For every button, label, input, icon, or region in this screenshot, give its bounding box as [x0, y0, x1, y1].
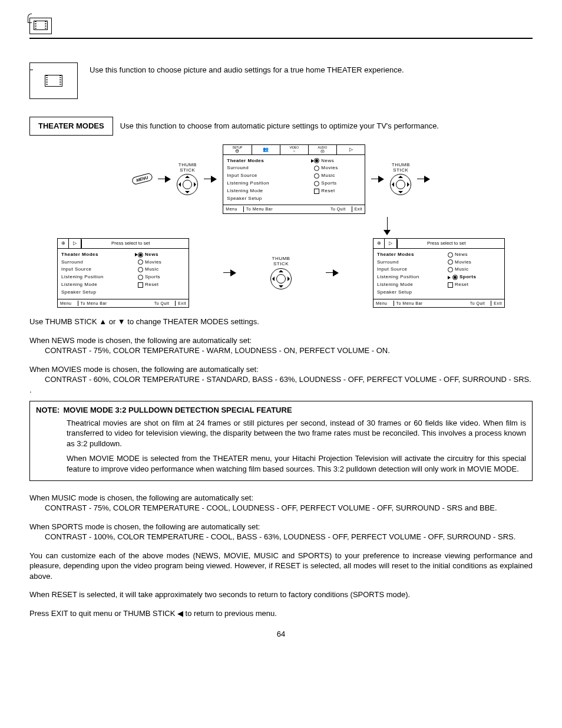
osd-panel-sports-highlight: ⊕ ▷ Press select to set Theater Modes Su… [373, 238, 505, 308]
thumb-stick-icon [177, 174, 198, 195]
header-rule [29, 38, 533, 39]
osd-panel-initial: SETUP⚙ 👥 VIDEO▫ AUDIO◎ ▷ Theater Modes S… [223, 144, 365, 214]
theater-modes-desc: Use this function to choose from automat… [120, 121, 439, 131]
reset-text: When RESET is selected, it will take app… [29, 589, 533, 600]
note-title: MOVIE MODE 3:2 PULLDOWN DETECTION SPECIA… [63, 406, 292, 414]
thumb-stick-icon [390, 174, 411, 195]
menu-button-icon: MENU [131, 173, 153, 186]
thumb-instruction: Use THUMB STICK ▲ or ▼ to change THEATER… [29, 317, 533, 327]
navigation-diagram: MENU THUMB STICK SETUP⚙ 👥 VIDEO▫ AUDIO◎ … [57, 144, 505, 308]
note-box: NOTE: MOVIE MODE 3:2 PULLDOWN DETECTION … [29, 401, 533, 480]
sports-mode-block: When SPORTS mode is chosen, the followin… [29, 522, 533, 542]
exit-text: Press EXIT to quit menu or THUMB STICK ◀… [29, 608, 533, 619]
customize-text: You can customize each of the above mode… [29, 551, 533, 582]
film-icon [45, 75, 62, 87]
news-mode-block: When NEWS mode is chosen, the following … [29, 335, 533, 356]
note-paragraph-2: When MOVIE MODE is selected from the THE… [67, 453, 526, 474]
theater-icon-large [29, 62, 78, 99]
page-number: 64 [29, 629, 533, 640]
music-mode-block: When MUSIC mode is chosen, the following… [29, 493, 533, 513]
thumb-stick-icon [270, 268, 292, 289]
header-theater-icon [29, 18, 52, 34]
note-label: NOTE: [36, 405, 59, 416]
osd-panel-news-highlight: ⊕ ▷ Press select to set Theater Modes Su… [57, 238, 189, 308]
movies-mode-block: When MOVIES mode is chosen, the followin… [29, 364, 533, 396]
stick-label: STICK [180, 168, 195, 173]
intro-text: Use this function to choose picture and … [29, 62, 533, 75]
note-paragraph-1: Theatrical movies are shot on film at 24… [67, 418, 526, 449]
film-icon [34, 21, 48, 30]
theater-modes-label: THEATER MODES [29, 117, 113, 136]
